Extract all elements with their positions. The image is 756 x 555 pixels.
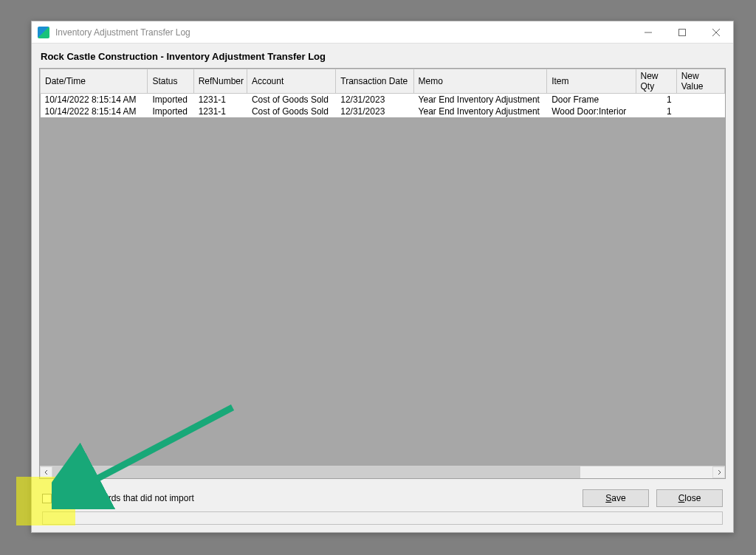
window-controls xyxy=(631,21,733,43)
col-refnumber[interactable]: RefNumber xyxy=(193,69,247,94)
scroll-right-button[interactable] xyxy=(712,466,725,478)
cell-txndate: 12/31/2023 xyxy=(336,106,413,117)
save-button[interactable]: Save xyxy=(583,489,649,507)
col-new-value[interactable]: New Value xyxy=(676,69,724,94)
maximize-icon xyxy=(678,29,686,36)
status-bar xyxy=(42,511,723,525)
cell-memo: Year End Inventory Adjustment xyxy=(413,94,547,106)
close-window-button[interactable] xyxy=(699,21,733,43)
cell-account: Cost of Goods Sold xyxy=(247,106,335,117)
cell-newqty: 1 xyxy=(636,106,676,117)
close-button-rest: lose xyxy=(684,493,701,503)
cell-status: Imported xyxy=(148,106,193,117)
filter-checkbox-label: Filter for records that did not import xyxy=(56,493,194,503)
client-area: Rock Castle Construction - Inventory Adj… xyxy=(32,44,733,532)
cell-account: Cost of Goods Sold xyxy=(247,94,335,106)
col-datetime[interactable]: Date/Time xyxy=(41,69,148,94)
col-memo[interactable]: Memo xyxy=(413,69,547,94)
col-new-qty[interactable]: New Qty xyxy=(636,69,676,94)
grid-empty-area xyxy=(40,117,725,466)
col-status[interactable]: Status xyxy=(148,69,193,94)
close-button[interactable]: Close xyxy=(656,489,723,507)
bottom-bar: Filter for records that did not import S… xyxy=(39,479,726,511)
col-item[interactable]: Item xyxy=(547,69,636,94)
page-title: Rock Castle Construction - Inventory Adj… xyxy=(41,51,726,62)
log-grid: Date/Time Status RefNumber Account Trans… xyxy=(39,68,726,479)
dialog-window: Inventory Adjustment Transfer Log Rock C… xyxy=(31,21,734,533)
minimize-icon xyxy=(645,29,652,36)
col-transaction-date[interactable]: Transaction Date xyxy=(336,69,413,94)
table-header-row: Date/Time Status RefNumber Account Trans… xyxy=(41,69,725,94)
cell-datetime: 10/14/2022 8:15:14 AM xyxy=(41,106,148,117)
minimize-button[interactable] xyxy=(631,21,665,43)
cell-newqty: 1 xyxy=(636,94,676,106)
window-title: Inventory Adjustment Transfer Log xyxy=(55,27,631,38)
cell-txndate: 12/31/2023 xyxy=(336,94,413,106)
horizontal-scrollbar[interactable] xyxy=(40,466,725,478)
cell-refnumber: 1231-1 xyxy=(193,94,247,106)
svg-rect-1 xyxy=(679,29,686,35)
cell-status: Imported xyxy=(148,94,193,106)
col-account[interactable]: Account xyxy=(247,69,335,94)
cell-memo: Year End Inventory Adjustment xyxy=(413,106,547,117)
save-button-rest: ave xyxy=(611,493,625,503)
cell-datetime: 10/14/2022 8:15:14 AM xyxy=(41,94,148,106)
log-table: Date/Time Status RefNumber Account Trans… xyxy=(40,69,725,117)
maximize-button[interactable] xyxy=(665,21,699,43)
app-icon xyxy=(38,27,49,38)
cell-refnumber: 1231-1 xyxy=(193,106,247,117)
chevron-left-icon xyxy=(44,469,49,475)
scroll-left-button[interactable] xyxy=(40,466,52,478)
titlebar: Inventory Adjustment Transfer Log xyxy=(32,21,733,44)
cell-newvalue xyxy=(676,94,724,106)
table-row[interactable]: 10/14/2022 8:15:14 AM Imported 1231-1 Co… xyxy=(41,106,725,117)
filter-checkbox[interactable]: Filter for records that did not import xyxy=(42,493,194,503)
table-row[interactable]: 10/14/2022 8:15:14 AM Imported 1231-1 Co… xyxy=(41,94,725,106)
cell-item: Wood Door:Interior xyxy=(547,106,636,117)
checkbox-icon xyxy=(42,494,52,503)
scroll-track[interactable] xyxy=(52,466,712,478)
cell-newvalue xyxy=(676,106,724,117)
scroll-thumb[interactable] xyxy=(52,466,580,478)
cell-item: Door Frame xyxy=(547,94,636,106)
close-icon xyxy=(712,29,720,36)
chevron-right-icon xyxy=(716,469,722,475)
